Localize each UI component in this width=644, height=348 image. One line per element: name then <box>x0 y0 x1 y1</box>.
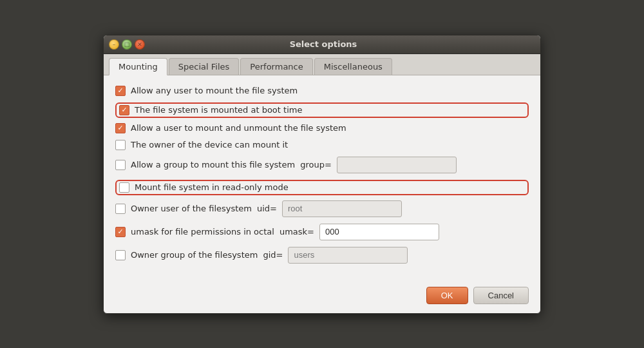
dialog-window: – □ ✕ Select options Mounting Special Fi… <box>103 35 541 314</box>
option-umask: umask for file permissions in octal umas… <box>115 224 529 240</box>
maximize-icon: □ <box>124 41 130 48</box>
option-mounted-at-boot-label: The file system is mounted at boot time <box>135 105 302 115</box>
option-read-only-row: Mount file system in read-only mode <box>115 180 529 195</box>
option-owner-user-label: Owner user of the filesystem <box>131 204 252 213</box>
window-title: Select options <box>149 39 498 49</box>
tab-performance[interactable]: Performance <box>240 58 312 75</box>
option-allow-any-user-label: Allow any user to mount the file system <box>131 86 298 95</box>
close-icon: ✕ <box>137 41 142 48</box>
tab-content: Allow any user to mount the file system … <box>104 75 540 280</box>
uid-input[interactable] <box>282 200 402 217</box>
group-field-label: group= <box>300 160 332 169</box>
option-allow-group-mount: Allow a group to mount this file system … <box>115 157 529 173</box>
umask-input[interactable] <box>319 224 439 240</box>
checkbox-allow-user-mount[interactable] <box>115 123 126 133</box>
option-allow-user-mount: Allow a user to mount and unmount the fi… <box>115 123 529 133</box>
checkbox-allow-group-mount[interactable] <box>115 160 126 170</box>
maximize-button[interactable]: □ <box>122 39 132 50</box>
tab-special-files[interactable]: Special Files <box>169 58 240 75</box>
option-allow-user-mount-label: Allow a user to mount and unmount the fi… <box>131 123 346 133</box>
tabs-bar: Mounting Special Files Performance Misce… <box>104 54 540 75</box>
checkbox-owner-group[interactable] <box>115 250 126 260</box>
option-read-only: Mount file system in read-only mode <box>119 182 525 193</box>
option-mounted-at-boot: The file system is mounted at boot time <box>119 105 525 115</box>
cancel-button[interactable]: Cancel <box>473 287 529 304</box>
close-button[interactable]: ✕ <box>135 39 145 50</box>
checkbox-owner-user[interactable] <box>115 204 126 214</box>
option-umask-label: umask for file permissions in octal <box>131 227 274 237</box>
option-mounted-at-boot-row: The file system is mounted at boot time <box>115 102 529 118</box>
minimize-icon: – <box>113 41 116 48</box>
ok-button[interactable]: OK <box>426 287 468 304</box>
checkbox-owner-can-mount[interactable] <box>115 140 126 150</box>
gid-field-label: gid= <box>263 250 283 260</box>
option-allow-any-user: Allow any user to mount the file system <box>115 86 529 96</box>
gid-input[interactable] <box>288 247 408 264</box>
option-read-only-label: Mount file system in read-only mode <box>135 182 289 192</box>
minimize-button[interactable]: – <box>109 39 119 50</box>
checkbox-allow-any-user[interactable] <box>115 86 126 96</box>
uid-field-label: uid= <box>257 204 277 213</box>
dialog-footer: OK Cancel <box>104 280 540 313</box>
option-owner-group: Owner group of the filesystem gid= <box>115 247 529 264</box>
option-owner-group-label: Owner group of the filesystem <box>131 250 258 260</box>
option-owner-can-mount: The owner of the device can mount it <box>115 140 529 150</box>
option-owner-user: Owner user of the filesystem uid= <box>115 200 529 217</box>
checkbox-mounted-at-boot[interactable] <box>119 105 129 115</box>
titlebar-buttons: – □ ✕ <box>109 39 145 50</box>
umask-field-label: umask= <box>279 227 314 237</box>
group-input[interactable] <box>337 157 457 173</box>
tab-miscellaneous[interactable]: Miscellaneous <box>314 58 392 75</box>
option-allow-group-mount-label: Allow a group to mount this file system <box>131 160 295 169</box>
titlebar: – □ ✕ Select options <box>104 35 540 54</box>
checkbox-umask[interactable] <box>115 227 126 237</box>
option-owner-can-mount-label: The owner of the device can mount it <box>131 140 288 150</box>
tab-mounting[interactable]: Mounting <box>109 58 167 75</box>
checkbox-read-only[interactable] <box>119 182 129 193</box>
